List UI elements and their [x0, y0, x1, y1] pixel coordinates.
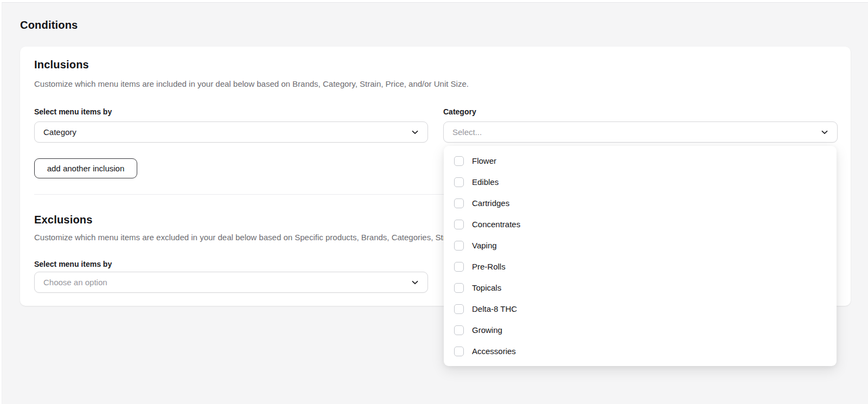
exclusions-heading: Exclusions: [34, 214, 93, 226]
inclusions-select-by-label: Select menu items by: [34, 107, 112, 116]
exclusions-select-by-dropdown[interactable]: Choose an option: [34, 272, 428, 293]
chevron-down-icon: [410, 278, 420, 287]
add-another-inclusion-button[interactable]: add another inclusion: [34, 158, 137, 178]
category-options-popup: Flower Edibles Cartridges Concentrates V…: [444, 146, 837, 366]
category-option[interactable]: Vaping: [444, 235, 837, 256]
checkbox-unchecked-icon[interactable]: [454, 241, 464, 251]
inclusions-select-by-value: Category: [43, 127, 410, 137]
category-option-label: Accessories: [472, 347, 516, 356]
checkbox-unchecked-icon[interactable]: [454, 177, 464, 187]
category-option-label: Pre-Rolls: [472, 262, 506, 271]
chevron-down-icon: [820, 127, 829, 137]
checkbox-unchecked-icon[interactable]: [454, 347, 464, 356]
category-option[interactable]: Concentrates: [444, 214, 837, 235]
category-option[interactable]: Topicals: [444, 277, 837, 298]
inclusions-select-by-dropdown[interactable]: Category: [34, 121, 428, 143]
checkbox-unchecked-icon[interactable]: [454, 220, 464, 229]
inclusions-category-dropdown[interactable]: Select...: [443, 121, 838, 143]
category-option[interactable]: Edibles: [444, 171, 837, 193]
exclusions-select-by-label: Select menu items by: [34, 260, 112, 268]
checkbox-unchecked-icon[interactable]: [454, 283, 464, 293]
inclusions-heading: Inclusions: [34, 59, 89, 71]
category-option-label: Topicals: [472, 283, 501, 292]
category-option-label: Flower: [472, 156, 496, 165]
inclusions-description: Customize which menu items are included …: [34, 79, 469, 88]
category-option-label: Delta-8 THC: [472, 304, 517, 313]
category-option-label: Concentrates: [472, 220, 520, 229]
exclusions-select-by-placeholder: Choose an option: [43, 278, 410, 287]
checkbox-unchecked-icon[interactable]: [454, 325, 464, 335]
page-title: Conditions: [20, 19, 78, 31]
content-background: Conditions Inclusions Customize which me…: [2, 2, 868, 404]
checkbox-unchecked-icon[interactable]: [454, 304, 464, 314]
chevron-down-icon: [410, 127, 420, 137]
category-option-label: Edibles: [472, 177, 499, 187]
category-option[interactable]: Cartridges: [444, 193, 837, 214]
category-option[interactable]: Growing: [444, 319, 837, 341]
category-option-label: Vaping: [472, 241, 497, 250]
category-option[interactable]: Flower: [444, 150, 837, 171]
inclusions-category-label: Category: [443, 107, 476, 116]
category-option-label: Growing: [472, 325, 502, 335]
checkbox-unchecked-icon[interactable]: [454, 156, 464, 166]
category-option[interactable]: Accessories: [444, 341, 837, 362]
checkbox-unchecked-icon[interactable]: [454, 198, 464, 208]
inclusions-category-placeholder: Select...: [452, 127, 820, 137]
category-option-label: Cartridges: [472, 198, 509, 208]
checkbox-unchecked-icon[interactable]: [454, 262, 464, 272]
category-option[interactable]: Delta-8 THC: [444, 298, 837, 319]
category-option[interactable]: Pre-Rolls: [444, 256, 837, 277]
